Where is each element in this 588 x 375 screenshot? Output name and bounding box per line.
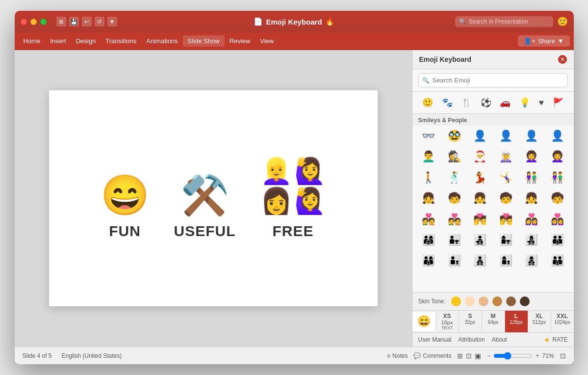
emoji-cell[interactable]: 👩‍👦‍👦 [519,252,544,269]
emoji-cell[interactable]: 👨‍🦱 [416,148,441,165]
size-l[interactable]: L 128px [505,311,528,332]
fit-to-window-icon[interactable]: ⊡ [560,352,566,360]
cat-symbols[interactable]: ♥ [537,96,545,109]
close-button[interactable] [21,19,27,25]
emoji-cell[interactable]: 🕺 [442,169,467,186]
emoji-cell[interactable]: 🕵️ [442,148,467,165]
size-row: 😄 XS 16px TEXT S 32px M 64px [412,310,574,332]
skin-tone-yellow[interactable] [451,296,461,306]
emoji-cell[interactable]: 👩‍🦱 [519,148,544,165]
size-xl[interactable]: XL 512px [528,311,551,332]
emoji-cell[interactable]: 🥸 [442,128,467,144]
close-panel-button[interactable]: ✕ [558,55,567,64]
emoji-cell[interactable]: 👨‍👩‍👧 [416,232,441,248]
attribution-link[interactable]: Attribution [459,336,485,343]
minimize-button[interactable] [30,19,37,25]
emoji-cell[interactable]: 👨‍👦 [442,252,467,269]
user-manual-link[interactable]: User Manual [418,336,452,343]
emoji-cell[interactable]: 👪 [545,252,570,269]
size-xs[interactable]: XS 16px TEXT [436,311,459,332]
emoji-cell[interactable]: 💑 [442,211,467,228]
menu-review[interactable]: Review [225,35,256,47]
skin-tone-light[interactable] [465,296,475,306]
emoji-scroll-area[interactable]: Smileys & People 👓 🥸 👤 👤 👤 👤 👨‍🦱 🕵️ 🎅 🧝‍… [412,114,574,292]
skin-tone-medium[interactable] [492,296,502,306]
emoji-cell[interactable]: 👫 [545,169,570,186]
menu-transitions[interactable]: Transitions [101,35,141,47]
emoji-cell[interactable]: 💏 [493,211,518,228]
emoji-cell[interactable]: 🧝‍♀️ [493,148,518,165]
emoji-cell[interactable]: 👧 [416,190,441,207]
emoji-cell[interactable]: 👩‍👧‍👦 [519,232,544,248]
window-title: Emoji Keyboard [266,18,322,26]
undo-icon[interactable]: ↩ [82,17,92,27]
emoji-cell[interactable]: 🎅 [468,148,493,165]
emoji-cell[interactable]: 👫 [519,169,544,186]
maximize-button[interactable] [40,19,47,25]
emoji-cell[interactable]: 👨‍👧‍👦 [468,232,493,248]
cat-flags[interactable]: 🚩 [551,96,565,109]
emoji-smiley-button[interactable]: 🙂 [557,16,568,27]
emoji-cell[interactable]: 👩‍🦱 [545,148,570,165]
emoji-cell[interactable]: 🤸‍♀️ [493,169,518,186]
comments-button[interactable]: 💬 Comments [413,352,451,359]
size-s[interactable]: S 32px [459,311,482,332]
menu-design[interactable]: Design [71,35,101,47]
redo-icon[interactable]: ↺ [95,17,104,27]
skin-tone-dark[interactable] [520,296,530,306]
emoji-cell[interactable]: 🧒 [442,190,467,207]
emoji-cell[interactable]: 👨‍👦‍👦 [468,252,493,269]
emoji-cell[interactable]: 🚶 [416,169,441,186]
emoji-cell[interactable]: 👧 [519,190,544,207]
emoji-cell[interactable]: 💑 [416,211,441,228]
menu-insert[interactable]: Insert [45,35,71,47]
cat-animals[interactable]: 🐾 [440,96,454,109]
menu-slideshow[interactable]: Slide Show [183,35,225,47]
emoji-cell[interactable]: 👩‍👧 [493,232,518,248]
customize-icon[interactable]: ▼ [107,17,117,27]
slideshow-view-icon[interactable]: ▣ [475,352,481,360]
size-xxl[interactable]: XXL 1024px [551,311,574,332]
emoji-cell[interactable]: 🧒 [545,190,570,207]
emoji-cell[interactable]: 👧 [468,190,493,207]
about-link[interactable]: About [492,336,507,343]
cat-objects[interactable]: 💡 [518,96,532,109]
skin-tone-medium-dark[interactable] [506,296,516,306]
grid-view-icon[interactable]: ⊡ [466,352,472,360]
emoji-cell[interactable]: 👓 [416,128,441,144]
share-button[interactable]: 👤+ Share ▼ [518,35,569,47]
zoom-out-icon[interactable]: − [487,352,490,359]
normal-view-icon[interactable]: ⊞ [457,352,463,360]
search-input[interactable] [455,16,553,27]
emoji-cell[interactable]: 👨‍👧 [442,232,467,248]
size-m[interactable]: M 64px [482,311,505,332]
emoji-cell[interactable]: 👤 [545,128,570,144]
sidebar-icon[interactable]: ⊞ [56,17,66,27]
emoji-cell[interactable]: 🧒 [493,190,518,207]
rate-button[interactable]: ★ RATE [544,336,567,344]
emoji-cell[interactable]: 👤 [493,128,518,144]
notes-button[interactable]: ≡ Notes [387,352,408,359]
emoji-cell[interactable]: 👨‍👩‍👦 [416,252,441,269]
emoji-cell[interactable]: 👪 [545,232,570,248]
zoom-in-icon[interactable]: + [536,352,539,359]
emoji-cell[interactable]: 💃 [468,169,493,186]
slide-item-useful: ⚒️ USEFUL [174,176,236,240]
skin-tone-medium-light[interactable] [479,296,488,306]
emoji-cell[interactable]: 👤 [519,128,544,144]
emoji-cell[interactable]: 👩‍❤️‍👩 [545,211,570,228]
menu-home[interactable]: Home [19,35,46,47]
emoji-cell[interactable]: 💏 [468,211,493,228]
emoji-search-input[interactable] [418,73,568,87]
cat-travel[interactable]: 🚗 [498,96,512,109]
save-icon[interactable]: 💾 [69,17,79,27]
cat-activities[interactable]: ⚽ [479,96,493,109]
emoji-cell[interactable]: 👤 [468,128,493,144]
menu-animations[interactable]: Animations [141,35,182,47]
zoom-slider[interactable] [493,352,533,360]
menu-view[interactable]: View [255,35,279,47]
emoji-cell[interactable]: 👩‍👦 [493,252,518,269]
cat-smileys[interactable]: 🙂 [421,96,435,109]
cat-food[interactable]: 🍴 [460,96,473,109]
emoji-cell[interactable]: 👩‍❤️‍👩 [519,211,544,228]
